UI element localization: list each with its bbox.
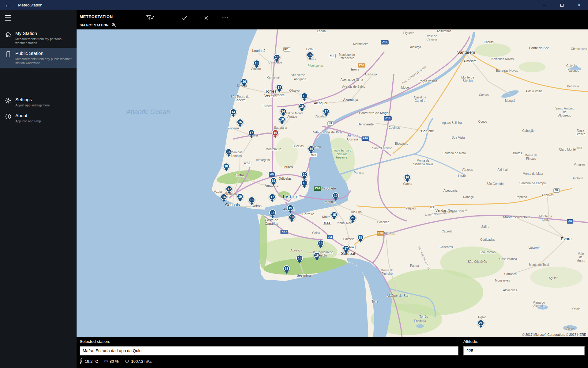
station-marker[interactable]: 16	[283, 265, 290, 272]
altitude-input[interactable]	[463, 346, 585, 355]
sidebar: My StationMeasurements from my personal …	[0, 10, 77, 368]
maximize-button[interactable]	[553, 0, 571, 10]
check-icon	[182, 15, 187, 21]
cancel-button[interactable]	[201, 14, 211, 21]
station-marker[interactable]: 18	[253, 60, 260, 67]
title-bar: ← MeteoStation ×	[0, 0, 588, 10]
station-marker[interactable]: 21	[477, 320, 484, 326]
station-marker[interactable]: 19	[270, 177, 277, 184]
station-marker[interactable]: 21	[349, 215, 356, 221]
sidebar-item-my-station[interactable]: My StationMeasurements from my personal …	[0, 28, 77, 48]
station-marker[interactable]: 16	[237, 119, 243, 125]
close-icon: ×	[578, 3, 581, 8]
station-marker[interactable]: 17	[269, 194, 276, 200]
station-readings: 19.2 °C Φ 80 % 1007.3 hPa	[80, 358, 152, 364]
station-marker[interactable]: 19	[287, 205, 294, 211]
road-shield: IC30	[243, 162, 251, 166]
magnifier-icon	[111, 23, 116, 27]
station-marker[interactable]: 16	[241, 78, 247, 85]
gear-icon	[5, 97, 12, 104]
station-marker[interactable]: 20	[301, 171, 308, 178]
road-shield: E01	[314, 186, 321, 191]
station-marker[interactable]: 14	[273, 54, 280, 61]
station-marker[interactable]: 15	[301, 93, 308, 99]
station-marker[interactable]: 16	[404, 174, 411, 181]
road-shield: IC32	[323, 221, 331, 225]
select-station-label: SELECT STATION	[80, 23, 108, 27]
pressure-value: 1007.3 hPa	[131, 359, 152, 364]
accept-button[interactable]	[179, 14, 190, 21]
sidebar-item-public-station[interactable]: Public StationMeasurements from any publ…	[0, 48, 77, 68]
temperature-reading: 19.2 °C	[80, 358, 98, 364]
main-area: METEOSTATION SELECT STATION	[77, 10, 588, 368]
bottom-panel: Selected station: Altitude: 19.2 °C Φ 80…	[77, 337, 588, 368]
station-marker[interactable]: 16	[308, 145, 315, 152]
road-shield: N4	[553, 188, 560, 193]
station-marker[interactable]: 17	[248, 129, 255, 136]
selected-station-label: Selected station:	[80, 339, 110, 344]
page-title: METEOSTATION	[80, 14, 113, 19]
filter-check-icon	[146, 15, 154, 21]
home-icon	[5, 31, 12, 38]
station-marker[interactable]: 17	[276, 84, 283, 91]
station-marker[interactable]: 19	[237, 193, 243, 200]
station-marker[interactable]: 16	[279, 116, 285, 123]
station-marker[interactable]: 16	[317, 240, 324, 247]
station-marker[interactable]: 18	[248, 197, 255, 203]
close-x-icon	[204, 16, 209, 20]
station-marker[interactable]: 15	[307, 52, 313, 58]
road-shield: N1	[327, 121, 334, 126]
station-marker[interactable]: 15	[331, 211, 337, 218]
station-marker[interactable]: 17	[323, 108, 330, 115]
filter-applied-button[interactable]	[145, 14, 155, 21]
sidebar-item-about[interactable]: AboutApp info and Help	[0, 110, 77, 126]
road-shield: IC1	[283, 47, 290, 52]
temperature-value: 19.2 °C	[85, 359, 98, 364]
map[interactable]: Atlantic OceanLourinhãLandalFigueiraVale…	[77, 29, 588, 337]
humidity-icon: Φ	[104, 359, 108, 363]
zoom-to-station-button[interactable]	[111, 23, 116, 27]
road-shield: A15	[381, 40, 389, 44]
altitude-label: Altitude:	[463, 339, 478, 344]
sidebar-nav: My StationMeasurements from my personal …	[0, 28, 77, 126]
station-marker[interactable]: 17	[226, 186, 232, 192]
road-shield: E90	[377, 231, 384, 236]
station-marker[interactable]: 16	[221, 194, 227, 200]
station-marker[interactable]: 14	[225, 148, 232, 155]
station-marker[interactable]: 18	[223, 163, 230, 170]
station-marker[interactable]: 15	[357, 234, 364, 241]
station-marker[interactable]: 14	[280, 108, 287, 115]
road-shield: IC2	[329, 54, 336, 58]
station-marker[interactable]: 14	[230, 109, 237, 115]
station-marker[interactable]: 18	[269, 209, 276, 216]
info-icon	[5, 113, 12, 120]
station-marker[interactable]: 18	[288, 214, 295, 220]
station-marker[interactable]: 18	[296, 255, 303, 262]
station-marker[interactable]: 17	[343, 245, 349, 252]
road-shield: A10	[361, 136, 369, 141]
sidebar-item-settings[interactable]: SettingsAdjust app settings here	[0, 94, 77, 110]
station-marker[interactable]: 19	[332, 192, 339, 199]
humidity-value: 80 %	[110, 359, 119, 364]
heart-icon	[125, 359, 129, 363]
select-station-row: SELECT STATION	[80, 23, 116, 27]
station-marker-selected[interactable]: 19	[272, 129, 279, 136]
menu-button[interactable]	[5, 14, 13, 21]
station-marker[interactable]: 15	[299, 103, 305, 110]
maximize-icon	[560, 4, 564, 7]
road-shield: A9	[269, 172, 275, 177]
map-copyright: © 2017 Microsoft Corporation, © 2017 HER…	[522, 333, 586, 336]
back-button[interactable]: ←	[0, 0, 15, 10]
road-shield: A13	[384, 116, 392, 121]
road-shield: A2	[327, 235, 333, 239]
station-marker[interactable]: 18	[301, 180, 308, 186]
device-icon	[5, 51, 12, 58]
station-marker[interactable]: 16	[314, 252, 320, 259]
minimize-button[interactable]	[536, 0, 553, 10]
selected-station-input[interactable]	[80, 346, 458, 355]
more-button[interactable]	[220, 14, 230, 21]
thermometer-icon	[80, 358, 83, 364]
close-button[interactable]: ×	[571, 0, 588, 10]
road-shield: N4	[429, 205, 435, 209]
humidity-reading: Φ 80 %	[104, 359, 119, 364]
